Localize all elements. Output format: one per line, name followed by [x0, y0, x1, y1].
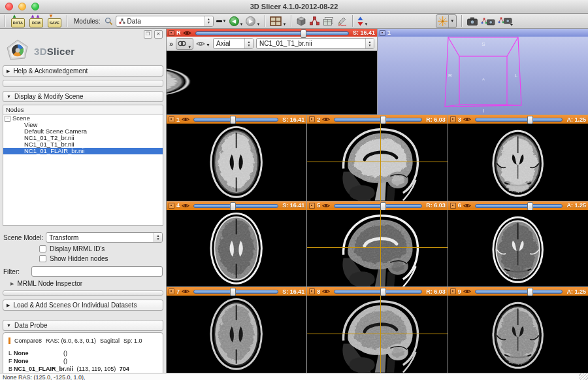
screenshot-camera-icon[interactable]	[466, 16, 478, 26]
mrml-node-tree[interactable]: − Scene View Default Scene Camera NC1_01…	[3, 114, 163, 226]
visibility-eye-icon[interactable]	[322, 203, 330, 209]
slice-slider[interactable]	[334, 203, 422, 209]
slice-slider[interactable]	[475, 116, 563, 122]
close-panel-icon[interactable]: ✕	[154, 30, 163, 39]
slice-slider-handle[interactable]	[301, 29, 306, 38]
crosshair-toggle-button[interactable]: ▼	[436, 14, 457, 28]
visibility-eye-icon[interactable]	[463, 116, 471, 122]
load-data-button[interactable]: ▲ DATA	[10, 15, 25, 27]
module-search-icon[interactable]	[105, 17, 113, 26]
slice-image[interactable]	[167, 124, 306, 201]
save-button[interactable]: ▼ SAVE	[46, 15, 62, 27]
pin-button[interactable]	[169, 288, 174, 294]
link-views-button[interactable]: ▼	[176, 38, 193, 50]
red-slice-slider[interactable]	[195, 30, 349, 36]
expanded-arrow-icon: ▼	[7, 323, 11, 328]
scene-view-restore-icon[interactable]	[498, 16, 514, 26]
display-section-header[interactable]: ▼ Display & Modify Scene	[3, 91, 163, 102]
module-forward-button[interactable]: ▶ ▼	[246, 16, 260, 26]
slice-slider[interactable]	[193, 288, 278, 294]
data-probe-header[interactable]: ▼ Data Probe	[3, 320, 163, 331]
display-mrml-ids-row[interactable]: Display MRML ID's	[39, 245, 166, 252]
slice-image[interactable]	[448, 210, 588, 287]
visibility-eye-icon[interactable]	[322, 116, 330, 122]
display-mrml-ids-checkbox[interactable]	[39, 245, 46, 252]
collapse-twisty-icon[interactable]: −	[5, 116, 10, 122]
slice-image[interactable]	[307, 124, 447, 201]
filter-input[interactable]	[31, 266, 163, 277]
red-slice-image[interactable]	[167, 51, 377, 114]
module-hierarchy-icon[interactable]	[309, 16, 320, 26]
visibility-eye-icon[interactable]	[463, 203, 471, 209]
resize-grip[interactable]	[579, 373, 588, 380]
volumes-cube-icon[interactable]	[296, 16, 306, 26]
pin-button[interactable]	[169, 116, 174, 122]
help-section-header[interactable]: ▶ Help & Acknowledgement	[3, 65, 163, 77]
more-options-chevrons[interactable]: »	[169, 40, 173, 48]
slice-visibility-button[interactable]: ▼	[196, 41, 210, 47]
volume-combo[interactable]: NC1_01_T1_br.nii ▲▼	[256, 38, 374, 49]
undock-panel-icon[interactable]: ❐	[144, 30, 152, 39]
slice-offset-label: S: 16.41	[282, 202, 304, 209]
pin-button[interactable]	[450, 203, 456, 209]
threed-canvas[interactable]: S R L I A	[378, 37, 588, 114]
pin-button[interactable]	[169, 30, 174, 36]
show-hidden-nodes-checkbox[interactable]	[39, 255, 46, 262]
back-arrow-icon: ◀	[229, 16, 239, 26]
slice-slider[interactable]	[475, 288, 563, 294]
eye-icon	[196, 41, 205, 47]
combo-stepper-icon[interactable]: ▲▼	[365, 39, 374, 48]
pin-button[interactable]	[309, 288, 315, 294]
mrml-node-inspector-header[interactable]: ▶ MRML Node Inspector	[10, 280, 166, 287]
slice-slider[interactable]	[334, 288, 422, 294]
pin-button[interactable]	[450, 288, 456, 294]
slice-image[interactable]	[448, 296, 588, 373]
layout-selector-button[interactable]: ▼	[270, 16, 286, 26]
undo-redo-button[interactable]: ▼	[357, 16, 368, 26]
orientation-combo[interactable]: Axial ▲▼	[213, 38, 253, 49]
volume-value: NC1_01_T1_br.nii	[259, 40, 312, 47]
slice-image[interactable]	[167, 296, 306, 373]
tree-item-selected[interactable]: NC1_01_FLAIR_br.nii	[3, 148, 163, 154]
combo-stepper-icon[interactable]: ▲▼	[154, 233, 162, 242]
slice-slider[interactable]	[334, 116, 422, 122]
scene-view-camera-icon[interactable]	[481, 16, 495, 26]
combo-stepper-icon[interactable]: ▲▼	[244, 39, 253, 48]
slice-image[interactable]	[448, 124, 588, 201]
module-selector-combo[interactable]: Data ▲▼	[116, 16, 214, 27]
slice-image[interactable]	[167, 210, 306, 287]
viewer-number: 7	[176, 288, 180, 295]
slice-slider[interactable]	[475, 203, 563, 209]
combo-stepper-icon[interactable]: ▲▼	[204, 16, 213, 26]
pin-button[interactable]	[450, 116, 456, 122]
slice-image[interactable]	[307, 296, 447, 373]
mri-slice	[307, 296, 447, 373]
slice-slider[interactable]	[193, 203, 278, 209]
compare-viewer: 8 R: 6.03	[307, 287, 447, 373]
visibility-eye-icon[interactable]	[183, 30, 191, 36]
visibility-eye-icon[interactable]	[463, 288, 471, 294]
visibility-eye-icon[interactable]	[182, 288, 189, 294]
scene-model-combo[interactable]: Transform ▲▼	[46, 232, 163, 243]
visibility-eye-icon[interactable]	[322, 288, 330, 294]
pin-button[interactable]	[169, 203, 174, 209]
pin-button[interactable]	[380, 30, 385, 36]
dropdown-arrow-icon: ▼	[240, 22, 244, 26]
visibility-eye-icon[interactable]	[182, 203, 189, 209]
slice-image[interactable]	[307, 210, 447, 287]
status-text: None RAS: (125.0, -125.0, 1.0),	[3, 374, 86, 380]
annotate-pencil-icon[interactable]	[336, 16, 348, 26]
pin-button[interactable]	[309, 116, 315, 122]
pin-button[interactable]	[309, 203, 315, 209]
mri-slice	[307, 124, 447, 201]
slice-slider[interactable]	[193, 116, 278, 122]
show-hidden-nodes-row[interactable]: Show Hidden nodes	[39, 255, 166, 262]
load-section-header[interactable]: ▶ Load & Add Scenes Or Individual Datase…	[3, 300, 163, 311]
load-dicom-button[interactable]: ▲▲ DCM	[28, 15, 44, 27]
module-back-button[interactable]: ◀ ▼	[229, 16, 244, 26]
crosshair-dropdown-arrow[interactable]: ▼	[448, 15, 455, 27]
probe-ras-value: RAS: (6.0, 6.3, 0.1)	[46, 337, 96, 345]
extensions-layers-icon[interactable]	[323, 16, 334, 26]
module-history-button[interactable]: ▼	[216, 19, 227, 23]
visibility-eye-icon[interactable]	[182, 116, 189, 122]
